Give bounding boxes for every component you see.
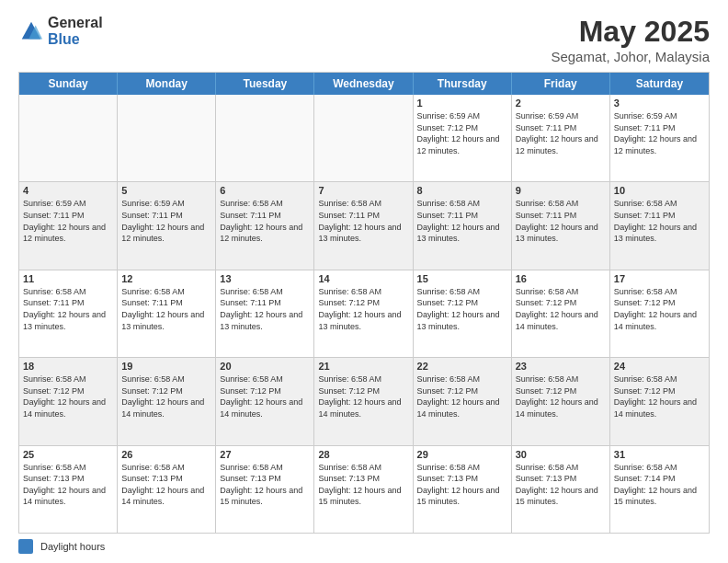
day-info: Sunrise: 6:58 AM Sunset: 7:13 PM Dayligh… <box>516 462 606 508</box>
day-info: Sunrise: 6:58 AM Sunset: 7:12 PM Dayligh… <box>614 373 705 419</box>
day-info: Sunrise: 6:58 AM Sunset: 7:13 PM Dayligh… <box>220 462 310 508</box>
cal-row-4: 18Sunrise: 6:58 AM Sunset: 7:12 PM Dayli… <box>19 358 709 445</box>
cal-cell-30: 30Sunrise: 6:58 AM Sunset: 7:13 PM Dayli… <box>512 446 610 533</box>
cal-cell-21: 21Sunrise: 6:58 AM Sunset: 7:12 PM Dayli… <box>314 358 413 444</box>
cal-cell-13: 13Sunrise: 6:58 AM Sunset: 7:11 PM Dayli… <box>216 270 314 357</box>
day-info: Sunrise: 6:58 AM Sunset: 7:11 PM Dayligh… <box>23 286 113 332</box>
day-info: Sunrise: 6:58 AM Sunset: 7:14 PM Dayligh… <box>614 462 705 508</box>
day-info: Sunrise: 6:58 AM Sunset: 7:12 PM Dayligh… <box>417 373 507 419</box>
day-info: Sunrise: 6:58 AM Sunset: 7:13 PM Dayligh… <box>121 462 211 508</box>
cal-cell-10: 10Sunrise: 6:58 AM Sunset: 7:11 PM Dayli… <box>610 182 709 269</box>
day-number: 11 <box>23 273 113 284</box>
day-number: 19 <box>121 361 211 372</box>
legend-color-box <box>18 539 33 554</box>
day-number: 13 <box>220 273 310 284</box>
day-info: Sunrise: 6:58 AM Sunset: 7:12 PM Dayligh… <box>121 373 211 419</box>
header-saturday: Saturday <box>610 73 709 95</box>
day-info: Sunrise: 6:58 AM Sunset: 7:12 PM Dayligh… <box>318 373 408 419</box>
day-number: 5 <box>121 185 211 196</box>
cal-cell-empty <box>216 95 314 181</box>
header-monday: Monday <box>118 73 216 95</box>
calendar-body: 1Sunrise: 6:59 AM Sunset: 7:12 PM Daylig… <box>19 95 709 533</box>
logo-general-text: General <box>48 15 103 31</box>
footer: Daylight hours <box>18 534 710 554</box>
logo-icon <box>18 18 44 44</box>
day-info: Sunrise: 6:58 AM Sunset: 7:13 PM Dayligh… <box>318 462 408 508</box>
day-info: Sunrise: 6:58 AM Sunset: 7:12 PM Dayligh… <box>614 286 705 332</box>
day-info: Sunrise: 6:58 AM Sunset: 7:12 PM Dayligh… <box>220 373 310 419</box>
month-title: May 2025 <box>551 15 710 49</box>
cal-cell-19: 19Sunrise: 6:58 AM Sunset: 7:12 PM Dayli… <box>118 358 216 444</box>
cal-cell-25: 25Sunrise: 6:58 AM Sunset: 7:13 PM Dayli… <box>19 446 118 533</box>
day-info: Sunrise: 6:58 AM Sunset: 7:12 PM Dayligh… <box>417 286 507 332</box>
day-number: 27 <box>220 449 310 460</box>
day-info: Sunrise: 6:59 AM Sunset: 7:11 PM Dayligh… <box>614 110 705 156</box>
day-info: Sunrise: 6:58 AM Sunset: 7:11 PM Dayligh… <box>516 198 606 244</box>
header-thursday: Thursday <box>414 73 512 95</box>
day-info: Sunrise: 6:58 AM Sunset: 7:12 PM Dayligh… <box>516 286 606 332</box>
day-number: 10 <box>614 185 705 196</box>
day-info: Sunrise: 6:58 AM Sunset: 7:11 PM Dayligh… <box>220 198 310 244</box>
legend-label: Daylight hours <box>40 541 105 552</box>
day-number: 24 <box>614 361 705 372</box>
cal-cell-6: 6Sunrise: 6:58 AM Sunset: 7:11 PM Daylig… <box>216 182 314 269</box>
cal-cell-22: 22Sunrise: 6:58 AM Sunset: 7:12 PM Dayli… <box>414 358 512 444</box>
day-number: 6 <box>220 185 310 196</box>
cal-cell-24: 24Sunrise: 6:58 AM Sunset: 7:12 PM Dayli… <box>610 358 709 444</box>
cal-cell-16: 16Sunrise: 6:58 AM Sunset: 7:12 PM Dayli… <box>512 270 610 357</box>
cal-cell-2: 2Sunrise: 6:59 AM Sunset: 7:11 PM Daylig… <box>512 95 610 181</box>
cal-cell-5: 5Sunrise: 6:59 AM Sunset: 7:11 PM Daylig… <box>118 182 216 269</box>
cal-cell-26: 26Sunrise: 6:58 AM Sunset: 7:13 PM Dayli… <box>118 446 216 533</box>
cal-cell-7: 7Sunrise: 6:58 AM Sunset: 7:11 PM Daylig… <box>314 182 413 269</box>
day-number: 15 <box>417 273 507 284</box>
day-number: 7 <box>318 185 408 196</box>
day-info: Sunrise: 6:58 AM Sunset: 7:11 PM Dayligh… <box>417 198 507 244</box>
calendar-header: Sunday Monday Tuesday Wednesday Thursday… <box>19 73 709 95</box>
day-number: 20 <box>220 361 310 372</box>
day-number: 28 <box>318 449 408 460</box>
cal-cell-11: 11Sunrise: 6:58 AM Sunset: 7:11 PM Dayli… <box>19 270 118 357</box>
cal-cell-31: 31Sunrise: 6:58 AM Sunset: 7:14 PM Dayli… <box>610 446 709 533</box>
day-info: Sunrise: 6:58 AM Sunset: 7:12 PM Dayligh… <box>23 373 113 419</box>
logo-text: General Blue <box>48 15 103 47</box>
day-info: Sunrise: 6:59 AM Sunset: 7:11 PM Dayligh… <box>121 198 211 244</box>
cal-cell-empty <box>314 95 413 181</box>
day-number: 30 <box>516 449 606 460</box>
cal-cell-18: 18Sunrise: 6:58 AM Sunset: 7:12 PM Dayli… <box>19 358 118 444</box>
day-number: 25 <box>23 449 113 460</box>
cal-cell-9: 9Sunrise: 6:58 AM Sunset: 7:11 PM Daylig… <box>512 182 610 269</box>
day-number: 16 <box>516 273 606 284</box>
cal-cell-3: 3Sunrise: 6:59 AM Sunset: 7:11 PM Daylig… <box>610 95 709 181</box>
day-number: 23 <box>516 361 606 372</box>
day-info: Sunrise: 6:59 AM Sunset: 7:12 PM Dayligh… <box>417 110 507 156</box>
cal-cell-8: 8Sunrise: 6:58 AM Sunset: 7:11 PM Daylig… <box>414 182 512 269</box>
calendar: Sunday Monday Tuesday Wednesday Thursday… <box>18 72 710 534</box>
day-info: Sunrise: 6:58 AM Sunset: 7:12 PM Dayligh… <box>516 373 606 419</box>
cal-cell-23: 23Sunrise: 6:58 AM Sunset: 7:12 PM Dayli… <box>512 358 610 444</box>
header: General Blue May 2025 Segamat, Johor, Ma… <box>18 15 710 64</box>
cal-row-3: 11Sunrise: 6:58 AM Sunset: 7:11 PM Dayli… <box>19 270 709 358</box>
day-number: 9 <box>516 185 606 196</box>
day-info: Sunrise: 6:58 AM Sunset: 7:11 PM Dayligh… <box>318 198 408 244</box>
header-tuesday: Tuesday <box>216 73 314 95</box>
day-number: 18 <box>23 361 113 372</box>
day-number: 2 <box>516 98 606 109</box>
day-number: 8 <box>417 185 507 196</box>
day-number: 26 <box>121 449 211 460</box>
day-number: 14 <box>318 273 408 284</box>
day-number: 22 <box>417 361 507 372</box>
cal-cell-15: 15Sunrise: 6:58 AM Sunset: 7:12 PM Dayli… <box>414 270 512 357</box>
header-sunday: Sunday <box>19 73 118 95</box>
day-info: Sunrise: 6:58 AM Sunset: 7:13 PM Dayligh… <box>417 462 507 508</box>
cal-cell-17: 17Sunrise: 6:58 AM Sunset: 7:12 PM Dayli… <box>610 270 709 357</box>
day-info: Sunrise: 6:58 AM Sunset: 7:11 PM Dayligh… <box>220 286 310 332</box>
day-number: 3 <box>614 98 705 109</box>
day-info: Sunrise: 6:58 AM Sunset: 7:11 PM Dayligh… <box>121 286 211 332</box>
cal-row-5: 25Sunrise: 6:58 AM Sunset: 7:13 PM Dayli… <box>19 446 709 533</box>
cal-cell-empty <box>118 95 216 181</box>
title-block: May 2025 Segamat, Johor, Malaysia <box>551 15 710 64</box>
day-number: 29 <box>417 449 507 460</box>
cal-cell-14: 14Sunrise: 6:58 AM Sunset: 7:12 PM Dayli… <box>314 270 413 357</box>
subtitle: Segamat, Johor, Malaysia <box>551 49 710 64</box>
logo: General Blue <box>18 15 103 47</box>
